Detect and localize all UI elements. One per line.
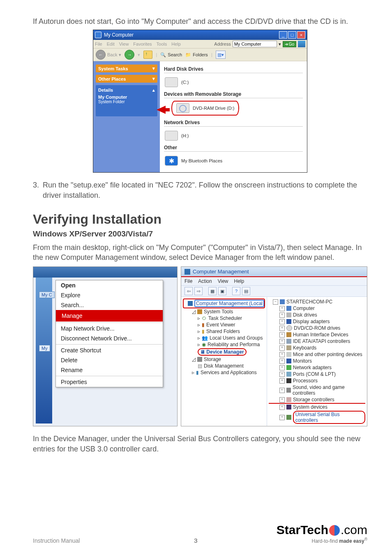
cm-icon [184, 269, 190, 275]
dvd-drive-callout[interactable]: DVD-RAM Drive (D:) [171, 101, 239, 116]
ctx-shortcut[interactable]: Create Shortcut [56, 345, 163, 355]
dev-kbd[interactable]: +Keyboards [269, 345, 365, 351]
cm-prop-button[interactable]: ▦ [208, 287, 217, 295]
menu-file[interactable]: File [95, 42, 102, 46]
ctx-open[interactable]: Open [56, 280, 163, 290]
dvd-icon [176, 103, 189, 113]
bluetooth-places[interactable]: ✱ My Bluetooth Places [164, 154, 303, 167]
up-button[interactable] [143, 51, 152, 59]
dev-mon[interactable]: +Monitors [269, 358, 365, 364]
menu-favorites[interactable]: Favorites [133, 42, 152, 46]
cm-systools[interactable]: ◿ System Tools [183, 308, 265, 315]
hdd-icon [165, 77, 178, 87]
keyboard-icon [286, 345, 291, 350]
dev-computer[interactable]: +Computer [269, 305, 365, 312]
cm-menu-help[interactable]: Help [234, 278, 244, 284]
views-button[interactable]: ▥▾ [216, 51, 226, 59]
system-tasks-panel[interactable]: System Tasks▾ [96, 65, 157, 72]
footer-page-number: 3 [115, 537, 277, 544]
cm-refresh-button[interactable]: ▣ [218, 287, 226, 295]
other-places-panel[interactable]: Other Places▾ [96, 75, 157, 83]
folders-button[interactable]: 📁 Folders [185, 52, 208, 58]
ctx-manage[interactable]: Manage [56, 310, 163, 322]
cm-root-node[interactable]: Computer Management (Local [183, 298, 265, 308]
cm-local-users[interactable]: ▹ 👥 Local Users and Groups [183, 335, 265, 341]
wrench-icon [197, 309, 202, 314]
cm-menu-view[interactable]: View [218, 278, 228, 284]
sound-icon [286, 388, 291, 393]
forward-button[interactable]: → [125, 50, 134, 60]
dev-sysdev[interactable]: +System devices [269, 403, 365, 410]
bluetooth-icon: ✱ [165, 156, 178, 166]
menu-edit[interactable]: Edit [107, 42, 115, 46]
ctx-rename[interactable]: Rename [56, 365, 163, 375]
dev-mouse[interactable]: +Mice and other pointing devices [269, 351, 365, 358]
network-drive-icon [165, 131, 178, 141]
dev-display[interactable]: +Display adapters [269, 318, 365, 325]
verify-text: From the main desktop, right-click on "M… [33, 243, 367, 263]
address-input[interactable] [233, 41, 277, 47]
go-button[interactable]: ➔ Go [283, 41, 296, 47]
computer-management-window: Computer Management File Action View Hel… [181, 266, 367, 426]
explorer-sidebar: System Tasks▾ Other Places▾ Details▴ My … [93, 61, 160, 172]
details-panel: Details▴ My Computer System Folder [96, 85, 157, 116]
close-button[interactable]: × [297, 31, 305, 39]
cm-menu-file[interactable]: File [184, 278, 192, 284]
ctx-map-drive[interactable]: Map Network Drive... [56, 324, 163, 333]
step-3: 3. Run the "setup.exe" file located in "… [33, 180, 367, 200]
cm-help-button[interactable]: ? [232, 287, 240, 295]
maximize-button[interactable]: □ [288, 31, 296, 39]
final-text: In the Device Manager, under the Univers… [33, 434, 367, 454]
ctx-search[interactable]: Search... [56, 300, 163, 310]
category-removable: Devices with Removable Storage [164, 91, 303, 98]
cm-reliability[interactable]: ▹ ◉ Reliability and Performa [183, 341, 265, 348]
ctx-explore[interactable]: Explore [56, 290, 163, 300]
menu-tools[interactable]: Tools [157, 42, 167, 46]
cm-task-scheduler[interactable]: ▹ ⏲ Task Scheduler [183, 315, 265, 322]
dev-usb[interactable]: +Universal Serial Bus controllers [269, 410, 365, 424]
back-button[interactable]: ←Back ▾ [96, 50, 121, 60]
dev-storage[interactable]: +Storage controllers [269, 396, 365, 403]
drive-h[interactable]: (H:) [164, 129, 303, 142]
search-button[interactable]: 🔍 Search [160, 52, 182, 58]
dev-hid[interactable]: +Human Interface Devices [269, 331, 365, 338]
cm-services[interactable]: ▹ ▮ Services and Applications [183, 369, 265, 376]
menu-bar: File Edit View Favorites Tools Help [95, 42, 181, 46]
dev-ide[interactable]: +IDE ATA/ATAPI controllers [269, 338, 365, 345]
category-network: Network Drives [164, 120, 303, 127]
dev-dvd[interactable]: +DVD/CD-ROM drives [269, 325, 365, 331]
cm-fwd-button[interactable]: ⇨ [194, 287, 203, 295]
my-computer-desktop-icon[interactable]: My C [39, 292, 55, 298]
brand-logo: StarTech.com [277, 523, 367, 537]
ctx-properties[interactable]: Properties [56, 377, 163, 387]
my-docs-desktop-icon[interactable]: My [39, 345, 50, 352]
window-titlebar: My Computer _ □ × [93, 30, 307, 40]
ide-icon [286, 339, 291, 344]
dev-sound[interactable]: +Sound, video and game controllers [269, 384, 365, 396]
ctx-disconnect-drive[interactable]: Disconnect Network Drive... [56, 333, 163, 343]
cm-menu-action[interactable]: Action [198, 278, 212, 284]
minimize-button[interactable]: _ [279, 31, 287, 39]
throbber-icon [298, 41, 305, 47]
cm-back-button[interactable]: ⇦ [184, 287, 193, 295]
brand-tagline: Hard-to-find made easy® [277, 537, 367, 544]
drive-c[interactable]: (C:) [164, 76, 303, 89]
cm-extra-button[interactable]: ▤ [242, 287, 250, 295]
cm-disk-mgmt[interactable]: ▤ Disk Management [183, 363, 265, 369]
dev-disk[interactable]: +Disk drives [269, 312, 365, 318]
my-computer-window: My Computer _ □ × File Edit View Favorit… [93, 30, 307, 173]
cm-storage[interactable]: ◿ Storage [183, 356, 265, 363]
computer-icon [286, 306, 291, 311]
cm-event-viewer[interactable]: ▹ ▮ Event Viewer [183, 322, 265, 328]
cm-shared[interactable]: ▹ ▮ Shared Folders [183, 328, 265, 335]
dev-proc[interactable]: +Processors [269, 377, 365, 384]
menu-help[interactable]: Help [171, 42, 181, 46]
step-number: 3. [33, 180, 43, 200]
dev-ports[interactable]: +Ports (COM & LPT) [269, 371, 365, 377]
menu-view[interactable]: View [119, 42, 129, 46]
storage-ctrl-icon [286, 397, 291, 402]
dev-net[interactable]: +Network adapters [269, 364, 365, 371]
cm-device-manager[interactable]: 🖥 Device Manager [183, 348, 265, 356]
ctx-delete[interactable]: Delete [56, 355, 163, 365]
dev-root[interactable]: −STARTECHCOM-PC [269, 298, 365, 305]
